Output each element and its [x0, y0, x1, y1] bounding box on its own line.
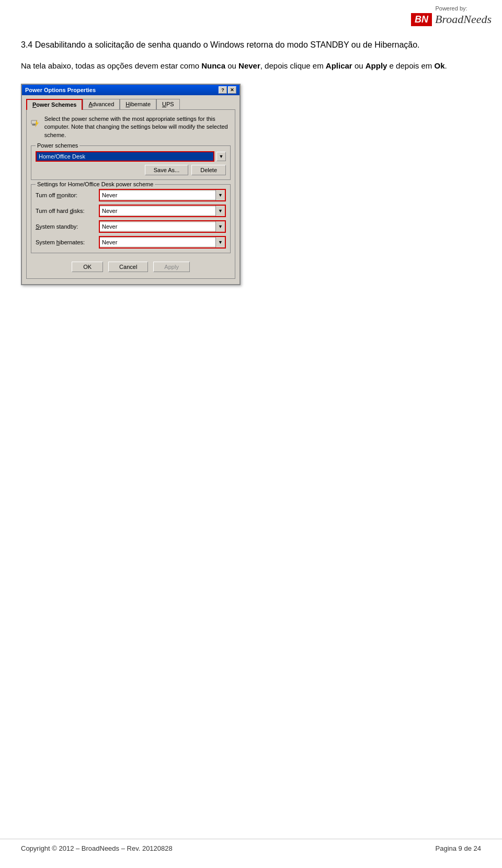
footer: Copyright © 2012 – BroadNeeds – Rev. 201…: [0, 839, 502, 858]
delete-button[interactable]: Delete: [191, 165, 226, 175]
help-button[interactable]: ?: [219, 86, 227, 94]
field-label-harddisk: Turn off hard disks:: [36, 208, 96, 214]
power-schemes-group: Power schemes Home/Office Desk ▼ Save As…: [31, 145, 231, 180]
tab-hibernate[interactable]: Hibernate: [120, 99, 156, 110]
field-label-hibernate: System hibernates:: [36, 239, 96, 245]
dialog-titlebar: Power Options Properties ? ✕: [22, 85, 239, 95]
tab-advanced-label: Advanced: [88, 101, 114, 107]
instruction-end: .: [445, 61, 447, 70]
power-scheme-select[interactable]: Home/Office Desk: [36, 151, 214, 162]
power-options-dialog: Power Options Properties ? ✕ Power Schem…: [21, 84, 241, 285]
dialog-bottom-buttons: OK Cancel Apply: [31, 258, 231, 274]
save-as-button[interactable]: Save As...: [145, 165, 189, 175]
field-select-wrap-hibernate: Never ▼: [99, 236, 226, 249]
tab-advanced[interactable]: Advanced: [83, 99, 120, 110]
logo-name: BroadNeeds: [435, 13, 492, 26]
power-schemes-group-label: Power schemes: [36, 142, 79, 149]
field-select-wrap-harddisk: Never ▼: [99, 205, 226, 217]
instruction-suffix: e depois em: [387, 61, 434, 70]
tab-ups[interactable]: UPS: [156, 99, 180, 110]
main-content: 3.4 Desabilitando a solicitação de senha…: [0, 29, 502, 311]
tab-power-schemes[interactable]: Power Schemes: [26, 99, 83, 110]
scheme-select-row: Home/Office Desk ▼: [36, 151, 226, 162]
instruction-mid3: ou: [352, 61, 366, 70]
tab-hibernate-label: Hibernate: [126, 101, 151, 107]
footer-page: Pagina 9 de 24: [436, 844, 481, 852]
settings-group-label: Settings for Home/Office Desk power sche…: [36, 181, 155, 187]
close-button[interactable]: ✕: [228, 86, 236, 94]
settings-group: Settings for Home/Office Desk power sche…: [31, 184, 231, 253]
titlebar-buttons: ? ✕: [219, 86, 236, 94]
tab-panel: Select the power scheme with the most ap…: [26, 109, 235, 279]
field-row-standby: System standby: Never ▼: [36, 220, 226, 233]
monitor-select[interactable]: Never: [100, 191, 215, 199]
field-select-wrap-monitor: Never ▼: [99, 189, 226, 201]
tab-power-schemes-label: Power Schemes: [32, 102, 76, 108]
standby-select[interactable]: Never: [100, 222, 215, 231]
header: Powered by: BN BroadNeeds: [0, 0, 502, 29]
footer-copyright: Copyright © 2012 – BroadNeeds – Rev. 201…: [21, 844, 173, 852]
standby-dropdown-arrow[interactable]: ▼: [215, 221, 225, 232]
harddisk-dropdown-arrow[interactable]: ▼: [215, 206, 225, 216]
instruction-prefix: Na tela abaixo, todas as opções devem es…: [21, 61, 201, 70]
ok-button[interactable]: OK: [72, 262, 103, 272]
field-label-monitor: Turn off monitor:: [36, 192, 96, 198]
dialog-title: Power Options Properties: [25, 87, 96, 93]
instruction-bold3: Aplicar: [326, 61, 352, 70]
instruction-bold4: Apply: [366, 61, 387, 70]
hibernate-select[interactable]: Never: [100, 238, 215, 246]
monitor-dropdown-arrow[interactable]: ▼: [215, 190, 225, 200]
logo-box: BN BroadNeeds: [411, 13, 492, 26]
tab-ups-label: UPS: [162, 101, 174, 107]
logo-area: Powered by: BN BroadNeeds: [411, 5, 492, 26]
scheme-dropdown-arrow[interactable]: ▼: [216, 152, 226, 161]
field-select-wrap-standby: Never ▼: [99, 220, 226, 233]
instruction-bold5: Ok: [434, 61, 444, 70]
info-row: Select the power scheme with the most ap…: [31, 115, 231, 139]
cancel-button[interactable]: Cancel: [108, 262, 148, 272]
field-label-standby: System standby:: [36, 223, 96, 230]
instruction-mid1: ou: [225, 61, 238, 70]
svg-rect-2: [32, 125, 36, 125]
instruction-mid2: , depois clique em: [260, 61, 326, 70]
dialog-body: Power Schemes Advanced Hibernate UPS: [22, 95, 239, 284]
powered-by-label: Powered by:: [411, 5, 492, 12]
instruction-text: Na tela abaixo, todas as opções devem es…: [21, 60, 481, 72]
logo-bn: BN: [411, 13, 432, 26]
dialog-container: Power Options Properties ? ✕ Power Schem…: [21, 84, 481, 285]
field-row-hibernate: System hibernates: Never ▼: [36, 236, 226, 249]
info-text: Select the power scheme with the most ap…: [44, 115, 231, 139]
field-row-monitor: Turn off monitor: Never ▼: [36, 189, 226, 201]
apply-button[interactable]: Apply: [153, 262, 190, 272]
scheme-btn-row: Save As... Delete: [36, 165, 226, 175]
field-row-harddisk: Turn off hard disks: Never ▼: [36, 205, 226, 217]
harddisk-select[interactable]: Never: [100, 207, 215, 215]
svg-rect-1: [33, 124, 35, 125]
instruction-bold1: Nunca: [201, 61, 225, 70]
hibernate-dropdown-arrow[interactable]: ▼: [215, 237, 225, 247]
instruction-bold2: Never: [238, 61, 260, 70]
power-icon: [31, 115, 39, 132]
section-title: 3.4 Desabilitando a solicitação de senha…: [21, 39, 481, 51]
dialog-tabs: Power Schemes Advanced Hibernate UPS: [26, 99, 235, 110]
